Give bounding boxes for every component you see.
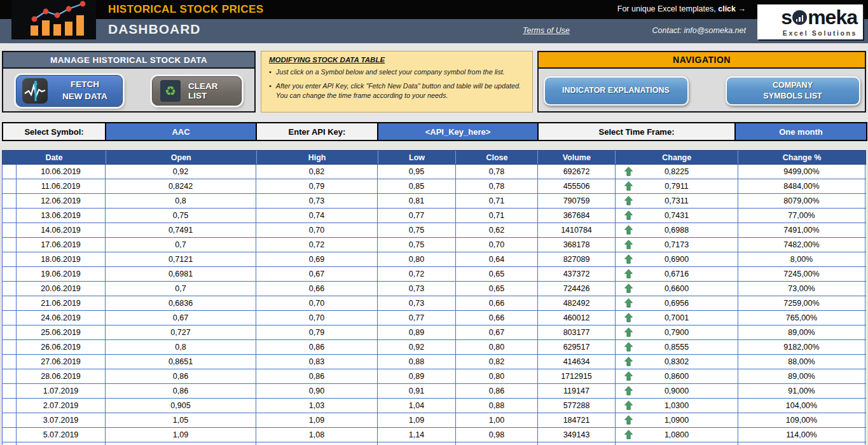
low-cell: 0,95: [378, 165, 456, 179]
indicator-explanations-button[interactable]: INDICATOR EXPLANATIONS: [544, 76, 689, 106]
change-percent-cell: 89,00%: [738, 325, 865, 339]
date-cell: 1.07.2019: [17, 384, 106, 398]
promo-banner[interactable]: For unique Excel templates, click →: [617, 4, 746, 13]
navigation-panel-body: INDICATOR EXPLANATIONS COMPANY SYMBOLS L…: [539, 69, 865, 113]
company-symbols-list-button[interactable]: COMPANY SYMBOLS LIST: [726, 76, 860, 106]
row-spacer-cell: [3, 296, 17, 310]
volume-cell: 367684: [538, 209, 616, 222]
note-title: MODIFYING STOCK DATA TABLE: [269, 56, 525, 64]
open-cell: 0,727: [106, 325, 256, 339]
change-percent-cell: 8079,00%: [738, 194, 865, 208]
note-bullet-2: After you enter API Key, click "Fetch Ne…: [269, 81, 525, 101]
change-cell: 0,7311: [616, 194, 738, 208]
row-spacer-cell: [3, 399, 17, 413]
date-cell: 18.06.2019: [17, 252, 106, 266]
open-cell: 0,86: [106, 384, 256, 398]
table-row: 1.07.20190,860,900,910,861191470,900091,…: [2, 384, 866, 399]
api-key-input[interactable]: <API_Key_here>: [377, 122, 539, 141]
date-cell: 12.06.2019: [17, 194, 106, 208]
date-cell: 11.06.2019: [17, 179, 106, 193]
low-cell: 0,92: [378, 340, 456, 354]
up-arrow-icon: [624, 167, 633, 178]
high-cell: 0,66: [256, 282, 378, 296]
close-cell: 0,67: [456, 325, 538, 339]
change-cell: 0,7001: [616, 311, 738, 325]
up-arrow-icon: [624, 327, 633, 339]
fetch-new-data-button[interactable]: FETCH NEW DATA: [16, 75, 123, 107]
table-row-partial: [2, 442, 866, 445]
low-cell: 0,81: [378, 194, 456, 208]
fetch-button-label: FETCH NEW DATA: [53, 79, 116, 102]
open-cell: 0,86: [106, 369, 256, 383]
low-cell: 0,75: [378, 238, 456, 252]
row-spacer-cell: [3, 209, 17, 222]
high-cell: 1,08: [256, 428, 378, 442]
date-cell: 3.07.2019: [17, 413, 106, 427]
manage-data-panel: MANAGE HISTORICAL STOCK DATA FETCH NEW D…: [2, 51, 256, 113]
close-cell: 0,66: [456, 296, 538, 310]
table-row: 3.07.20191,051,091,091,001847211,0900109…: [2, 413, 866, 428]
selector-row: Select Symbol: AAC Enter API Key: <API_K…: [2, 122, 867, 141]
table-row: 25.06.20190,7270,790,890,678031770,79008…: [2, 325, 866, 340]
low-cell: 0,89: [378, 325, 456, 339]
change-value: 0,7911: [665, 182, 688, 191]
high-cell: 1,09: [256, 413, 378, 427]
low-cell: 0,73: [378, 282, 456, 296]
change-cell: 0,6600: [616, 282, 738, 296]
close-cell: 0,78: [456, 165, 538, 179]
table-row: 5.07.20191,091,081,140,983491431,0800114…: [2, 428, 866, 442]
table-row: 28.06.20190,860,860,890,8017129150,86008…: [2, 369, 866, 384]
symbol-select[interactable]: AAC: [105, 122, 257, 141]
volume-cell: 414634: [538, 355, 616, 369]
change-value: 0,8600: [665, 372, 689, 381]
low-cell: 0,88: [378, 355, 456, 369]
low-cell: 0,77: [378, 209, 456, 222]
change-percent-cell: 109,00%: [738, 413, 865, 427]
row-spacer-cell: [3, 252, 17, 266]
change-percent-cell: 9182,00%: [738, 340, 865, 354]
terms-of-use-link[interactable]: Terms of Use: [523, 26, 570, 35]
high-cell: 0,70: [256, 223, 378, 237]
change-value: 0,6900: [665, 255, 689, 264]
symbol-label: Select Symbol:: [2, 122, 106, 141]
volume-cell: 119147: [538, 384, 616, 398]
row-spacer-cell: [3, 325, 17, 339]
up-arrow-icon: [624, 342, 633, 353]
change-cell: 0,7173: [616, 238, 738, 252]
table-row: 18.06.20190,71210,690,800,648270890,6900…: [2, 252, 866, 267]
volume-cell: 827089: [538, 252, 616, 266]
change-cell: 1,0800: [616, 428, 738, 442]
volume-cell: 790759: [538, 194, 616, 208]
open-cell: 0,7: [106, 238, 256, 252]
partial-cell: [538, 442, 616, 445]
up-arrow-icon: [624, 254, 633, 266]
date-cell: 17.06.2019: [17, 238, 106, 252]
row-spacer-cell: [3, 282, 17, 296]
close-cell: 0,78: [456, 179, 538, 193]
date-cell: 27.06.2019: [17, 355, 106, 369]
timeframe-select[interactable]: One month: [734, 122, 867, 141]
change-percent-cell: 765,00%: [738, 311, 865, 325]
high-cell: 0,83: [256, 355, 378, 369]
partial-cell: [106, 442, 256, 445]
change-value: 0,8555: [665, 343, 689, 352]
open-cell: 0,8: [106, 194, 256, 208]
change-percent-cell: 9499,00%: [738, 165, 865, 179]
partial-cell: [256, 442, 378, 445]
change-percent-cell: 91,00%: [738, 384, 865, 398]
change-cell: 0,6900: [616, 252, 738, 266]
low-cell: 0,91: [378, 384, 456, 398]
open-cell: 0,75: [106, 209, 256, 222]
promo-click-link: click: [718, 4, 736, 13]
change-percent-cell: 8,00%: [738, 252, 865, 266]
change-value: 0,6600: [665, 284, 689, 293]
up-arrow-icon: [624, 298, 633, 310]
clear-list-button[interactable]: ♻ CLEAR LIST: [152, 76, 242, 106]
instructions-note: MODIFYING STOCK DATA TABLE Just click on…: [261, 51, 533, 113]
table-row: 26.06.20190,80,860,920,806295170,8555918…: [2, 340, 866, 355]
column-header-low: Low: [378, 151, 456, 164]
change-cell: 0,7911: [616, 179, 738, 193]
row-spacer-cell: [3, 413, 17, 427]
arrow-right-icon: →: [738, 4, 747, 13]
navigation-panel-title: NAVIGATION: [539, 52, 865, 69]
